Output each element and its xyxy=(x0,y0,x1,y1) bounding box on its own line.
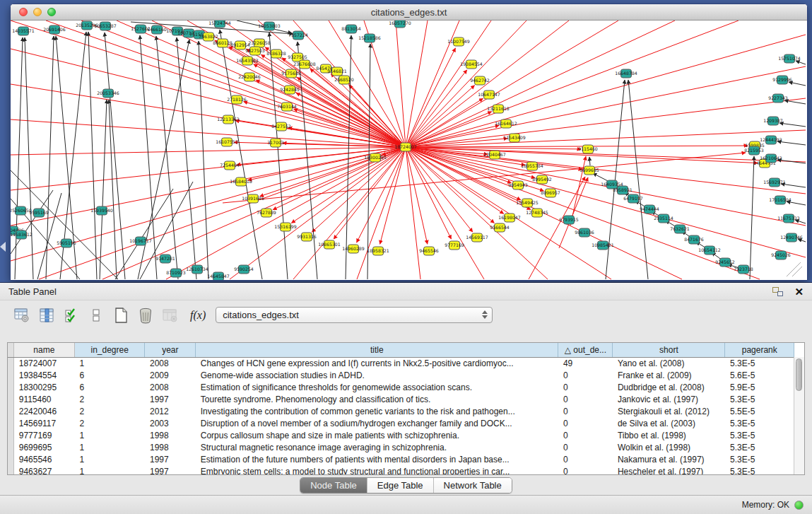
citation-edge-red[interactable] xyxy=(102,147,406,279)
citation-edge-black[interactable] xyxy=(25,37,33,279)
column-header-name[interactable]: name xyxy=(13,343,74,357)
table-cell: 6 xyxy=(74,369,145,381)
function-builder-icon[interactable]: f(x) xyxy=(190,309,206,322)
citation-edge-black[interactable] xyxy=(199,41,208,279)
citation-edge-black[interactable] xyxy=(784,100,806,104)
select-all-icon[interactable] xyxy=(62,306,81,325)
network-table-select[interactable]: citations_edges.txt xyxy=(216,307,493,323)
table-row[interactable]: 946554611997Estimation of the future num… xyxy=(8,453,794,465)
citation-edge-black[interactable] xyxy=(100,100,107,279)
panel-collapse-handle[interactable] xyxy=(0,242,6,252)
table-row[interactable]: 977716911998Corpus callosum shape and si… xyxy=(8,429,794,441)
table-cell: 2003 xyxy=(145,417,196,429)
citation-edge-red[interactable] xyxy=(406,35,806,147)
table-row[interactable]: 911546021997Tourette syndrome. Phenomeno… xyxy=(8,393,794,405)
new-file-icon[interactable] xyxy=(112,306,130,325)
table-settings-icon[interactable] xyxy=(13,306,31,325)
graph-node-label: 16584018 xyxy=(230,179,252,184)
column-header-out_de[interactable]: △ out_de... xyxy=(558,343,613,357)
float-panel-icon[interactable] xyxy=(772,287,783,296)
table-cell: 49 xyxy=(558,357,613,369)
table-row[interactable]: 1456911722003Disruption of a novel membe… xyxy=(8,417,794,429)
network-canvas[interactable]: 1403557120691406201352961065328715276026… xyxy=(11,21,807,280)
graph-node-label: 16543562 xyxy=(236,58,259,63)
citation-edge-black[interactable] xyxy=(589,157,590,165)
citation-edge-black[interactable] xyxy=(140,182,193,279)
table-vertical-scrollbar[interactable] xyxy=(794,357,804,474)
table-cell: 1 xyxy=(74,465,145,475)
table-panel-header: Table Panel ✕ xyxy=(0,283,812,300)
row-strip xyxy=(8,357,13,369)
citation-edge-red[interactable] xyxy=(559,177,588,248)
citation-edge-black[interactable] xyxy=(789,82,806,86)
citation-edge-red[interactable] xyxy=(406,146,748,147)
citation-edge-red[interactable] xyxy=(406,98,483,147)
citation-edge-red[interactable] xyxy=(406,147,452,239)
table-cell: Hescheler et al. (1997) xyxy=(613,465,725,475)
table-row[interactable]: 2242004622012Investigating the contribut… xyxy=(8,405,794,417)
window-titlebar[interactable]: citations_edges.txt xyxy=(11,4,807,21)
citation-edge-red[interactable] xyxy=(406,21,428,147)
table-column-icon[interactable] xyxy=(37,306,56,325)
citation-edge-red[interactable] xyxy=(406,21,675,147)
citation-edge-red[interactable] xyxy=(406,66,806,147)
citation-edge-red[interactable] xyxy=(406,86,475,147)
column-header-year[interactable]: year xyxy=(145,343,196,357)
citation-edge-red[interactable] xyxy=(406,147,535,178)
citation-edge-black[interactable] xyxy=(750,156,754,279)
table-row[interactable]: 946362711997Embryonic stem cells: a mode… xyxy=(8,465,794,475)
citation-edge-black[interactable] xyxy=(46,36,54,279)
table-cell: 6 xyxy=(74,381,145,393)
tab-network-table[interactable]: Network Table xyxy=(433,478,512,493)
citation-edge-black[interactable] xyxy=(593,173,609,182)
close-panel-icon[interactable]: ✕ xyxy=(794,286,804,297)
column-header-title[interactable]: title xyxy=(196,343,558,357)
table-panel-title: Table Panel xyxy=(8,286,57,297)
table-row[interactable]: 1938455462009Genome-wide association stu… xyxy=(8,369,794,381)
column-header-in_degree[interactable]: in_degree xyxy=(74,343,145,357)
table-row[interactable]: 969969511998Structural magnetic resonanc… xyxy=(8,441,794,453)
table-row[interactable]: 1872400712008Changes of HCN gene express… xyxy=(8,357,794,369)
table-cell: Nakamura et al. (1997) xyxy=(613,453,725,465)
citation-edge-black[interactable] xyxy=(37,193,61,279)
citation-edge-black[interactable] xyxy=(220,30,262,279)
graph-node-label: 16164612 xyxy=(495,121,517,126)
citation-edge-red[interactable] xyxy=(406,147,428,244)
graph-node-label: 8186328 xyxy=(266,51,286,56)
graph-node-label: 8958921 xyxy=(613,187,632,192)
table-tabs-bar: Node Table Edge Table Network Table xyxy=(0,475,812,495)
citation-edge-black[interactable] xyxy=(796,61,806,64)
scrollbar-thumb[interactable] xyxy=(796,358,802,391)
table-cell: Yano et al. (2008) xyxy=(613,357,725,369)
citation-edge-red[interactable] xyxy=(256,80,406,147)
tab-node-table[interactable]: Node Table xyxy=(300,478,367,493)
trash-icon[interactable] xyxy=(136,306,155,325)
graph-node-label: 19384554 xyxy=(460,62,483,66)
column-header-short[interactable]: short xyxy=(613,343,725,357)
table-cell: 0 xyxy=(558,405,613,417)
citation-edge-red[interactable] xyxy=(406,147,420,279)
citation-edge-red[interactable] xyxy=(247,49,406,147)
table-cell: 0 xyxy=(558,369,613,381)
citation-edge-red[interactable] xyxy=(396,21,406,147)
graph-node-label: 9777169 xyxy=(445,243,464,247)
citation-edge-black[interactable] xyxy=(177,37,196,279)
column-header-pagerank[interactable]: pagerank xyxy=(725,343,794,357)
graph-node-label: 7603144 xyxy=(277,104,297,109)
citation-edge-red[interactable] xyxy=(406,147,760,279)
graph-node-label: 22040467 xyxy=(483,152,506,157)
citation-edge-black[interactable] xyxy=(779,123,806,127)
unselect-rows-icon[interactable] xyxy=(87,306,105,325)
citation-edge-red[interactable] xyxy=(283,143,406,147)
tab-edge-table[interactable]: Edge Table xyxy=(367,478,433,493)
citation-edge-black[interactable] xyxy=(15,37,23,279)
graph-node-label: 7923718 xyxy=(734,267,753,271)
citation-edge-black[interactable] xyxy=(606,80,625,279)
graph-node-label: 7627889 xyxy=(257,210,276,215)
network-graph[interactable]: 1403557120691406201352961065328715276026… xyxy=(11,21,807,280)
table-cell: Tibbo et al. (1998) xyxy=(613,429,725,441)
table-row[interactable]: 1830029562008Estimation of significance … xyxy=(8,381,794,393)
status-bar: Memory: OK xyxy=(0,495,812,514)
graph-node-label: 14960289 xyxy=(342,246,365,251)
citation-edge-black[interactable] xyxy=(628,80,648,279)
